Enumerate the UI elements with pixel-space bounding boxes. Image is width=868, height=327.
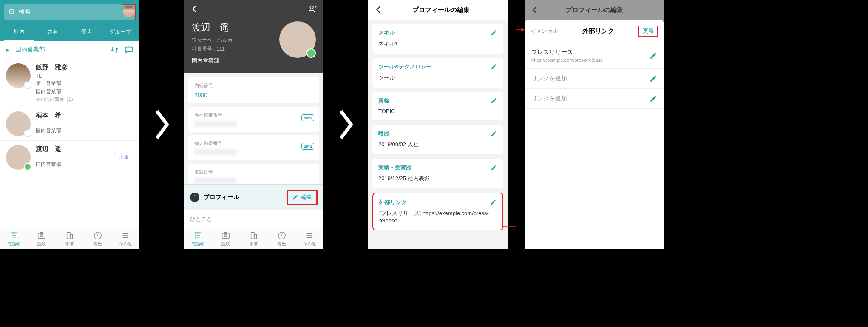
card-tools[interactable]: ツール&テクノロジー ツール (372, 58, 503, 88)
contact-name: 飯野 雅彦 (36, 63, 133, 71)
nav-dept[interactable]: 部署 (56, 228, 84, 249)
card-skill[interactable]: スキル スキル1 (372, 24, 503, 54)
pencil-icon[interactable] (650, 75, 657, 82)
contact-dept2: 国内営業部 (36, 88, 133, 95)
screen-phonebook: 検索 社内 共有 個人 グループ ▶ 国内営業部 飯野 雅彦 TL 第一営業部 … (0, 0, 139, 249)
back-icon (530, 5, 540, 14)
svg-point-24 (225, 235, 227, 237)
status-badge: 出張 (115, 153, 133, 162)
add-link-row[interactable]: リンクを追加 (525, 69, 664, 89)
profile-fields: 内線番号 2000 会社携帯番号 SMS 個人携帯番号 SMS 電話番号 携帯番… (184, 73, 323, 184)
add-link-row[interactable]: リンクを追加 (525, 89, 664, 109)
nav-other[interactable]: その他 (111, 228, 139, 249)
screen-profile-edit: プロフィールの編集 スキル スキル1 ツール&テクノロジー ツール 資格 TOE… (368, 0, 508, 249)
edit-button[interactable]: 編集 (287, 190, 318, 205)
svg-rect-2 (125, 47, 133, 52)
pencil-icon[interactable] (491, 164, 497, 171)
screen-profile-detail: 渡辺 遥 ワタナベ ハルカ 社員番号 : 111 国内営業部 内線番号 2000… (184, 0, 323, 249)
nav-other[interactable]: その他 (295, 228, 323, 249)
pencil-icon (292, 194, 298, 200)
bottom-nav: 電話帳 読取 部署 履歴 その他 (0, 228, 139, 249)
contact-row[interactable]: 柄本 希 国内営業部 (0, 107, 139, 141)
svg-line-1 (13, 13, 14, 14)
field-company-mobile[interactable]: 会社携帯番号 SMS (188, 107, 319, 132)
card-cert[interactable]: 資格 TOEIC (372, 92, 503, 120)
contact-role: TL (36, 73, 133, 79)
add-user-icon[interactable] (307, 4, 318, 14)
chat-icon[interactable] (124, 45, 133, 54)
hitokoto-field[interactable]: ひとこと (184, 210, 323, 228)
pencil-icon[interactable] (490, 199, 496, 206)
sheet-header: キャンセル 外部リンク 更新 (525, 20, 664, 43)
expand-icon: ▶ (6, 48, 9, 52)
sms-badge[interactable]: SMS (301, 143, 314, 150)
sheet-title: 外部リンク (558, 27, 638, 35)
edit-card-list: スキル スキル1 ツール&テクノロジー ツール 資格 TOEIC 略歴 2019… (368, 20, 508, 249)
nav-phonebook[interactable]: 電話帳 (184, 228, 212, 249)
field-phone[interactable]: 電話番号 (188, 164, 319, 184)
search-icon (9, 9, 15, 15)
profile-header: 渡辺 遥 ワタナベ ハルカ 社員番号 : 111 国内営業部 (184, 18, 323, 73)
pencil-icon[interactable] (491, 97, 497, 104)
contact-note: その他の部署（1） (36, 96, 133, 102)
page-title: プロフィールの編集 (389, 6, 492, 14)
nav-history[interactable]: 履歴 (84, 228, 112, 249)
svg-rect-7 (38, 233, 45, 239)
tab-shared[interactable]: 共有 (36, 24, 70, 41)
contact-list: 飯野 雅彦 TL 第一営業部 国内営業部 その他の部署（1） 柄本 希 国内営業… (0, 59, 139, 228)
sort-icon[interactable] (111, 45, 119, 54)
detail-header (184, 0, 323, 18)
contact-row[interactable]: 飯野 雅彦 TL 第一営業部 国内営業部 その他の部署（1） (0, 59, 139, 107)
nav-history[interactable]: 履歴 (268, 228, 296, 249)
nav-scan[interactable]: 読取 (28, 228, 56, 249)
nav-phonebook[interactable]: 電話帳 (0, 228, 28, 249)
svg-rect-11 (70, 234, 73, 239)
link-row[interactable]: プレスリリース https://example.com/press-releas… (525, 43, 664, 69)
contact-dept2: 国内営業部 (36, 127, 133, 134)
svg-rect-10 (67, 233, 70, 239)
pencil-icon[interactable] (650, 95, 657, 102)
svg-point-16 (310, 6, 313, 9)
contact-dept1: 第一営業部 (36, 80, 133, 87)
search-header: 検索 (0, 0, 139, 24)
dept-bar[interactable]: ▶ 国内営業部 (0, 41, 139, 59)
field-extension[interactable]: 内線番号 2000 (188, 77, 319, 103)
svg-rect-23 (222, 233, 230, 239)
screen-external-link-edit: プロフィールの編集 キャンセル 外部リンク 更新 プレスリリース https:/… (525, 0, 664, 249)
pencil-icon[interactable] (491, 29, 497, 36)
flow-arrow (323, 0, 368, 249)
pencil-icon[interactable] (491, 63, 497, 70)
dept-label: 国内営業部 (15, 46, 45, 54)
search-placeholder: 検索 (19, 8, 31, 16)
card-external-link[interactable]: 外部リンク [プレスリリース] https://example.com/pres… (372, 193, 503, 230)
avatar-icon (6, 145, 31, 170)
nav-scan[interactable]: 読取 (212, 228, 240, 249)
svg-rect-27 (254, 234, 257, 239)
card-history[interactable]: 略歴 2019/09/02 入社 (372, 125, 503, 154)
sms-badge[interactable]: SMS (301, 114, 314, 121)
modal-sheet: キャンセル 外部リンク 更新 プレスリリース https://example.c… (525, 20, 664, 249)
profile-section-header[interactable]: ⌃ プロフィール 編集 (184, 184, 323, 210)
avatar-icon (123, 6, 135, 17)
dimmed-header: プロフィールの編集 (525, 0, 664, 20)
tab-internal[interactable]: 社内 (2, 24, 36, 41)
back-icon[interactable] (374, 5, 383, 14)
avatar-icon (6, 111, 31, 136)
nav-dept[interactable]: 部署 (240, 228, 268, 249)
contact-name: 柄本 希 (36, 111, 133, 119)
contact-row[interactable]: 渡辺 遥 国内営業部 出張 (0, 141, 139, 174)
pencil-icon[interactable] (491, 130, 497, 137)
edit-header: プロフィールの編集 (368, 0, 508, 20)
cancel-button[interactable]: キャンセル (530, 27, 558, 35)
tab-group[interactable]: グループ (104, 24, 138, 41)
card-achievement[interactable]: 実績・受賞歴 2019/12/25 社内表彰 (372, 159, 503, 188)
back-icon[interactable] (190, 4, 199, 14)
update-button[interactable]: 更新 (638, 26, 658, 37)
contact-dept2: 国内営業部 (36, 161, 115, 168)
pencil-icon[interactable] (650, 52, 657, 60)
tab-personal[interactable]: 個人 (70, 24, 104, 41)
field-personal-mobile[interactable]: 個人携帯番号 SMS (188, 135, 319, 160)
search-input[interactable]: 検索 (4, 4, 135, 20)
connector-area (508, 0, 525, 249)
profile-avatar-highlight[interactable] (122, 4, 136, 20)
